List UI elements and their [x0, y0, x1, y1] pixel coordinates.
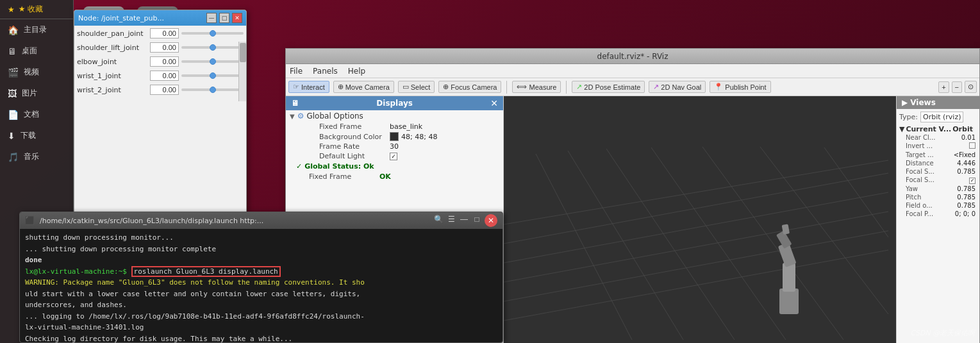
joint-row-4: wrist_2_joint: [77, 85, 244, 95]
menu-file[interactable]: File: [290, 67, 303, 76]
download-icon: ⬇: [8, 131, 15, 141]
minimize-button[interactable]: —: [206, 13, 217, 23]
joint-row-3: wrist_1_joint: [77, 71, 244, 81]
sidebar-item-video[interactable]: 🎬 视频: [0, 62, 73, 83]
prop-frame-rate: Frame Rate 30: [286, 142, 503, 151]
home-icon: 🏠: [8, 25, 19, 35]
joint-slider-1[interactable]: [181, 42, 244, 53]
terminal-titlebar: ⬛ /home/lx/catkin_ws/src/Gluon_6L3/launc…: [20, 212, 502, 229]
views-prop-field: Field o... 0.785: [899, 201, 977, 210]
move-camera-button[interactable]: ⊕ Move Camera: [333, 81, 394, 93]
rviz-menubar: File Panels Help: [286, 64, 979, 78]
terminal-line-1: ... shutting down processing monitor com…: [25, 244, 497, 255]
sidebar-item-pictures[interactable]: 🖼 图片: [0, 83, 73, 104]
favorites-label: ★ ★ 收藏: [0, 0, 73, 19]
measure-button[interactable]: ⟺ Measure: [512, 81, 561, 93]
desktop: ★ ★ 收藏 🏠 主目录 🖥 桌面 🎬 视频 🖼 图片 📄 文档 ⬇ 下载 🎵: [0, 0, 980, 343]
joint-value-3[interactable]: [150, 71, 179, 81]
terminal-maximize-button[interactable]: □: [472, 214, 482, 224]
docs-icon: 📄: [8, 110, 19, 120]
bg-color-swatch: [390, 132, 399, 141]
terminal-minimize-button[interactable]: —: [459, 214, 469, 224]
tree-global-options[interactable]: ▼ ⚙ Global Options: [286, 110, 503, 122]
interact-button[interactable]: ☞ Interact: [288, 81, 329, 93]
zoom-in-button[interactable]: +: [938, 81, 949, 93]
terminal-app-icon: ⬛: [25, 216, 35, 225]
reset-button[interactable]: ⊙: [965, 81, 977, 93]
joint-value-0[interactable]: [150, 28, 179, 38]
joint-label-0: shoulder_pan_joint: [77, 29, 147, 38]
pose-estimate-icon: ↗: [576, 83, 582, 91]
views-panel-icon: ▶: [902, 98, 908, 107]
joint-label-1: shoulder_lift_joint: [77, 44, 147, 52]
3d-viewport[interactable]: [504, 96, 896, 343]
joint-scrollbar[interactable]: [238, 42, 246, 101]
maximize-button[interactable]: □: [219, 13, 229, 23]
svg-rect-15: [783, 263, 795, 292]
toolbar-separator-2: [566, 81, 567, 94]
sidebar-item-home[interactable]: 🏠 主目录: [0, 19, 73, 40]
terminal-close-button[interactable]: ✕: [485, 214, 497, 227]
joint-value-2[interactable]: [150, 56, 179, 67]
publish-point-button[interactable]: 📍 Publish Point: [710, 81, 770, 93]
sidebar-item-desktop[interactable]: 🖥 桌面: [0, 40, 73, 62]
terminal-line-0: shutting down processing monitor...: [25, 233, 497, 244]
joint-row-0: shoulder_pan_joint: [77, 28, 244, 38]
terminal-line-2: done: [25, 255, 497, 266]
menu-panels[interactable]: Panels: [313, 67, 338, 76]
svg-rect-14: [779, 289, 799, 314]
invert-checkbox[interactable]: [969, 142, 976, 149]
toolbar-separator-1: [506, 81, 507, 94]
joint-label-2: elbow_joint: [77, 58, 147, 66]
views-current-header[interactable]: ▼ Current V... Orbit: [899, 125, 977, 133]
interact-icon: ☞: [293, 83, 299, 91]
terminal-content[interactable]: shutting down processing monitor... ... …: [20, 229, 502, 343]
sidebar-item-download[interactable]: ⬇ 下载: [0, 125, 73, 146]
joint-slider-0[interactable]: [181, 28, 244, 38]
views-prop-invert: Invert ...: [899, 142, 977, 151]
toolbar-right-area: + − ⊙: [938, 81, 977, 93]
displays-header: 🖥 Displays ✕: [286, 96, 503, 110]
select-button[interactable]: ▭ Select: [398, 81, 435, 93]
terminal-menu-button[interactable]: ☰: [446, 214, 456, 224]
close-button[interactable]: ✕: [232, 13, 242, 23]
joint-state-publisher-window: Node: /joint_state_pub... — □ ✕ shoulder…: [74, 10, 247, 215]
star-icon: ★: [8, 5, 15, 14]
displays-close-button[interactable]: ✕: [490, 98, 498, 108]
views-prop-yaw: Yaw 0.785: [899, 185, 977, 193]
rviz-toolbar: ☞ Interact ⊕ Move Camera ▭ Select ⊕ Focu…: [286, 78, 979, 96]
joint-slider-3[interactable]: [181, 71, 244, 81]
displays-icon: 🖥: [291, 99, 299, 108]
joint-content: shoulder_pan_joint shoulder_lift_joint e…: [74, 26, 246, 101]
joint-slider-2[interactable]: [181, 56, 244, 67]
joint-slider-4[interactable]: [181, 85, 244, 95]
svg-rect-0: [504, 96, 896, 343]
views-header: ▶ Views: [897, 96, 979, 109]
focus-camera-button[interactable]: ⊕ Focus Camera: [438, 81, 501, 93]
joint-value-1[interactable]: [150, 42, 179, 53]
joint-label-4: wrist_2_joint: [77, 86, 147, 94]
menu-help[interactable]: Help: [348, 67, 365, 76]
focal-s2-checkbox[interactable]: ✓: [969, 178, 976, 184]
rviz-titlebar: default.rviz* - RViz: [286, 49, 979, 64]
sidebar-item-music[interactable]: 🎵 音乐: [0, 146, 73, 167]
expand-arrow: ▼: [290, 113, 295, 120]
select-icon: ▭: [403, 83, 409, 91]
terminal-search-button[interactable]: 🔍: [433, 214, 444, 224]
move-camera-icon: ⊕: [338, 83, 344, 91]
pose-estimate-button[interactable]: ↗ 2D Pose Estimate: [572, 81, 645, 93]
terminal-prompt: lx@lx-virtual-machine:~$: [25, 267, 131, 276]
measure-icon: ⟺: [517, 83, 527, 91]
joint-value-4[interactable]: [150, 85, 179, 95]
terminal-window: ⬛ /home/lx/catkin_ws/src/Gluon_6L3/launc…: [19, 212, 503, 343]
prop-bg-color: Background Color 48; 48; 48: [286, 131, 503, 142]
viewport-grid: [504, 96, 896, 343]
sidebar-item-docs[interactable]: 📄 文档: [0, 104, 73, 125]
terminal-line-4: WARNING: Package name "Gluon_6L3" does n…: [25, 278, 497, 289]
tree-global-status[interactable]: ✓ Global Status: Ok: [286, 161, 503, 172]
zoom-out-button[interactable]: −: [952, 81, 962, 93]
views-prop-distance: Distance 4.446: [899, 159, 977, 167]
focus-camera-icon: ⊕: [443, 83, 449, 91]
nav-goal-button[interactable]: ↗ 2D Nav Goal: [649, 81, 706, 93]
default-light-checkbox[interactable]: ✓: [390, 153, 397, 160]
